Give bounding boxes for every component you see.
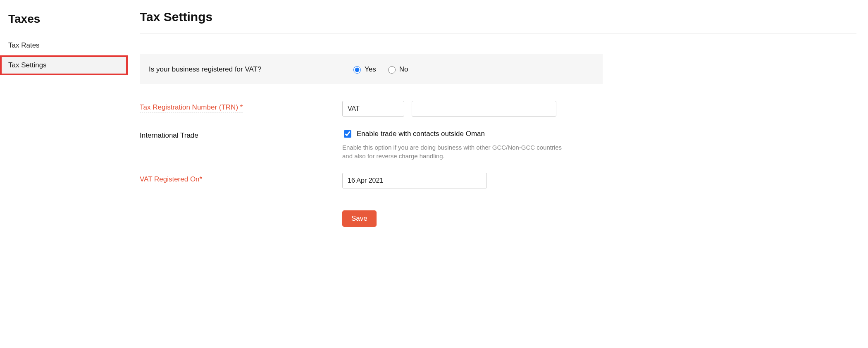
trn-number-input[interactable] [412,101,556,117]
sidebar-item-tax-settings[interactable]: Tax Settings [0,55,128,75]
vat-question-label: Is your business registered for VAT? [149,65,335,74]
title-divider [140,33,856,33]
button-row: Save [140,210,603,227]
intl-checkbox-label: Enable trade with contacts outside Oman [357,130,485,138]
vat-radio-yes-input[interactable] [353,66,361,74]
intl-checkbox[interactable] [344,130,351,138]
vat-date-label-col: VAT Registered On* [140,173,334,184]
vat-radio-group: Yes No [351,65,408,74]
trn-inline-inputs [342,101,603,117]
trn-field-col [342,101,603,117]
sidebar-item-tax-rates[interactable]: Tax Rates [0,36,128,55]
vat-radio-yes[interactable]: Yes [351,65,376,74]
sidebar-list: Tax Rates Tax Settings [0,36,128,75]
section-divider [140,201,603,201]
trn-prefix-input[interactable] [342,101,404,117]
trn-label: Tax Registration Number (TRN) * [140,103,243,112]
vat-date-row: VAT Registered On* [140,173,603,188]
vat-radio-no[interactable]: No [386,65,408,74]
page-title: Tax Settings [140,10,856,24]
sidebar: Taxes Tax Rates Tax Settings [0,0,128,348]
intl-help-text: Enable this option if you are doing busi… [342,143,574,160]
vat-radio-no-input[interactable] [388,66,396,74]
intl-checkbox-line[interactable]: Enable trade with contacts outside Oman [342,129,603,139]
vat-date-input[interactable] [342,173,487,188]
vat-date-field-col [342,173,603,188]
intl-label-col: International Trade [140,129,334,140]
intl-label: International Trade [140,131,198,139]
vat-radio-no-label: No [399,65,408,74]
app-root: Taxes Tax Rates Tax Settings Tax Setting… [0,0,868,348]
vat-question-row: Is your business registered for VAT? Yes… [140,54,603,84]
vat-radio-yes-label: Yes [365,65,376,74]
form-area: Is your business registered for VAT? Yes… [140,54,603,227]
trn-row: Tax Registration Number (TRN) * [140,101,603,117]
main-content: Tax Settings Is your business registered… [128,0,868,348]
save-button[interactable]: Save [342,210,377,227]
trn-label-col: Tax Registration Number (TRN) * [140,101,334,112]
sidebar-title: Taxes [0,8,128,36]
intl-row: International Trade Enable trade with co… [140,129,603,160]
vat-date-label: VAT Registered On* [140,175,202,183]
intl-field-col: Enable trade with contacts outside Oman … [342,129,603,160]
